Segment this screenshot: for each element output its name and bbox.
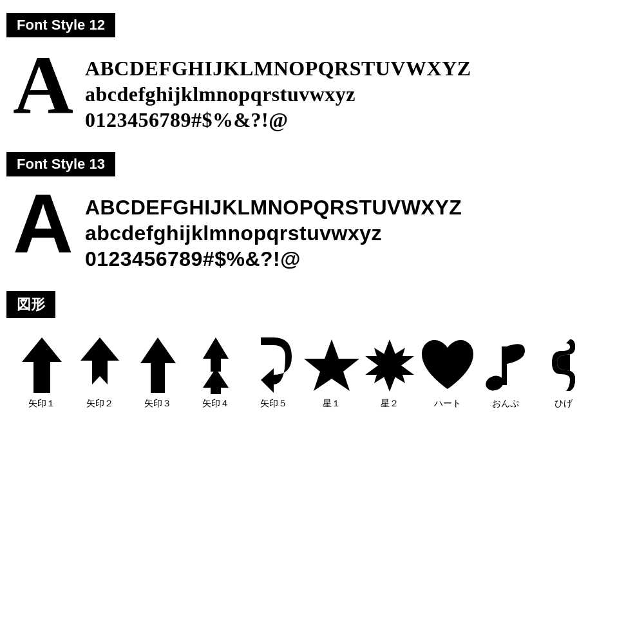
font-style-12-big-letter: A <box>13 43 73 126</box>
font-style-13-big-letter: A <box>13 182 73 265</box>
svg-marker-3 <box>203 337 229 372</box>
figure-moustache: ひげ <box>535 336 592 410</box>
figure-music: おんぷ <box>477 336 535 410</box>
font-style-12-chars: ABCDEFGHIJKLMNOPQRSTUVWXYZ abcdefghijklm… <box>85 49 471 133</box>
svg-marker-1 <box>80 337 119 384</box>
arrow3-icon <box>140 336 176 394</box>
moustache-icon <box>551 336 576 394</box>
svg-marker-4 <box>203 368 229 394</box>
svg-marker-5 <box>304 339 359 391</box>
font-style-12-demo: A ABCDEFGHIJKLMNOPQRSTUVWXYZ abcdefghijk… <box>6 49 638 133</box>
font-style-13-lowercase: abcdefghijklmnopqrstuvwxyz <box>85 220 462 246</box>
figure-star1: 星１ <box>303 336 361 410</box>
font-style-13-demo: A ABCDEFGHIJKLMNOPQRSTUVWXYZ abcdefghijk… <box>6 188 638 272</box>
figure-heart: ハート <box>419 336 477 410</box>
figure-arrow1-label: 矢印１ <box>28 398 55 410</box>
arrow1-icon <box>21 336 63 394</box>
font-style-12-uppercase: ABCDEFGHIJKLMNOPQRSTUVWXYZ <box>85 55 471 81</box>
svg-marker-0 <box>22 337 62 393</box>
font-style-12-section: Font Style 12 A ABCDEFGHIJKLMNOPQRSTUVWX… <box>6 13 638 133</box>
svg-rect-9 <box>502 346 507 385</box>
figure-arrow2: 矢印２ <box>71 336 129 410</box>
figure-arrow5: 矢印５ <box>245 336 303 410</box>
figure-star2-label: 星２ <box>381 398 399 410</box>
figure-arrow3: 矢印３ <box>129 336 187 410</box>
figure-heart-label: ハート <box>434 398 461 410</box>
font-style-13-numbers: 0123456789#$%&?!@ <box>85 246 462 272</box>
font-style-12-lowercase: abcdefghijklmnopqrstuvwxyz <box>85 81 471 107</box>
font-style-13-header: Font Style 13 <box>6 152 115 176</box>
figure-star2: 星２ <box>361 336 419 410</box>
heart-icon <box>419 336 476 394</box>
figure-arrow3-label: 矢印３ <box>144 398 171 410</box>
music-icon <box>483 336 528 394</box>
font-style-13-uppercase: ABCDEFGHIJKLMNOPQRSTUVWXYZ <box>85 194 462 220</box>
figure-arrow4-label: 矢印４ <box>202 398 229 410</box>
arrow5-icon <box>254 336 293 394</box>
figure-arrow1: 矢印１ <box>13 336 71 410</box>
figures-section: 図形 矢印１ 矢印２ <box>6 291 638 416</box>
figure-star1-label: 星１ <box>323 398 341 410</box>
figure-music-label: おんぷ <box>492 398 519 410</box>
figure-arrow4: 矢印４ <box>187 336 245 410</box>
figures-grid: 矢印１ 矢印２ 矢印３ <box>6 330 638 416</box>
star1-icon <box>303 336 360 394</box>
font-style-12-numbers: 0123456789#$%&?!@ <box>85 107 471 133</box>
page: Font Style 12 A ABCDEFGHIJKLMNOPQRSTUVWX… <box>0 0 644 644</box>
font-style-12-header: Font Style 12 <box>6 13 115 37</box>
figure-arrow5-label: 矢印５ <box>260 398 287 410</box>
arrow2-icon <box>80 336 119 394</box>
svg-marker-2 <box>140 337 176 393</box>
figure-moustache-label: ひげ <box>554 398 573 410</box>
figures-header: 図形 <box>6 291 55 318</box>
font-style-13-chars: ABCDEFGHIJKLMNOPQRSTUVWXYZ abcdefghijklm… <box>85 188 462 272</box>
star2-icon <box>363 336 417 394</box>
arrow4-icon <box>203 336 229 394</box>
figure-arrow2-label: 矢印２ <box>86 398 113 410</box>
font-style-13-section: Font Style 13 A ABCDEFGHIJKLMNOPQRSTUVWX… <box>6 152 638 272</box>
